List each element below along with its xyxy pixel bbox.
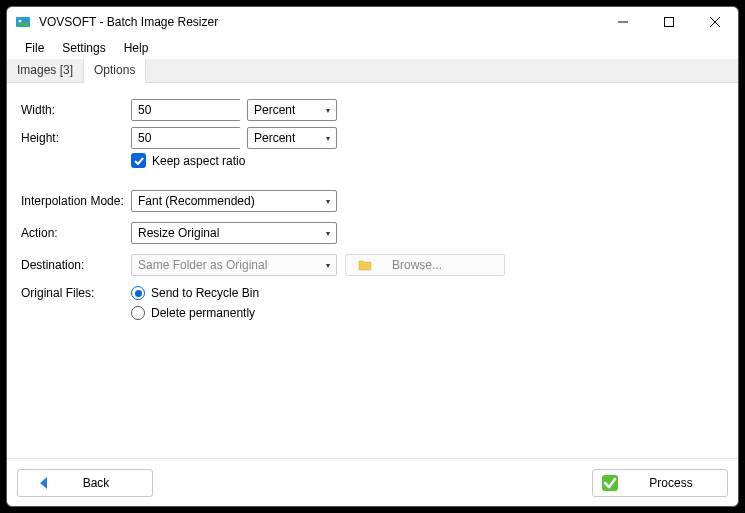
- interpolation-label: Interpolation Mode:: [21, 194, 131, 208]
- window-title: VOVSOFT - Batch Image Resizer: [39, 15, 600, 29]
- process-button[interactable]: Process: [592, 469, 728, 497]
- radio-recycle[interactable]: Send to Recycle Bin: [131, 286, 259, 300]
- original-files-label: Original Files:: [21, 286, 131, 300]
- aspect-ratio-checkbox[interactable]: [131, 153, 146, 168]
- height-label: Height:: [21, 131, 131, 145]
- browse-label: Browse...: [392, 258, 442, 272]
- folder-icon: [358, 259, 372, 271]
- process-check-icon: [601, 474, 619, 492]
- tab-options[interactable]: Options: [84, 59, 146, 83]
- destination-select: Same Folder as Original ▾: [131, 254, 337, 276]
- titlebar: VOVSOFT - Batch Image Resizer: [7, 7, 738, 37]
- radio-delete-label: Delete permanently: [151, 306, 255, 320]
- original-files-group: Send to Recycle Bin Delete permanently: [131, 286, 259, 326]
- radio-icon: [131, 286, 145, 300]
- destination-label: Destination:: [21, 258, 131, 272]
- width-spinner[interactable]: ▲▼: [131, 99, 241, 121]
- svg-rect-3: [665, 18, 674, 27]
- menubar: File Settings Help: [7, 37, 738, 59]
- chevron-down-icon: ▾: [326, 229, 330, 238]
- chevron-down-icon: ▾: [326, 197, 330, 206]
- maximize-button[interactable]: [646, 7, 692, 37]
- height-unit-value: Percent: [254, 131, 295, 145]
- window-controls: [600, 7, 738, 37]
- destination-value: Same Folder as Original: [138, 258, 267, 272]
- back-label: Back: [83, 476, 110, 490]
- chevron-down-icon: ▾: [326, 261, 330, 270]
- options-panel: Width: ▲▼ Percent ▾ Height: ▲▼ Percent ▾: [7, 83, 738, 458]
- menu-help[interactable]: Help: [116, 39, 157, 57]
- action-value: Resize Original: [138, 226, 219, 240]
- chevron-down-icon: ▾: [326, 106, 330, 115]
- width-unit-value: Percent: [254, 103, 295, 117]
- app-window: VOVSOFT - Batch Image Resizer File Setti…: [6, 6, 739, 507]
- interpolation-select[interactable]: Fant (Recommended) ▾: [131, 190, 337, 212]
- app-icon: [15, 14, 31, 30]
- chevron-down-icon: ▾: [326, 134, 330, 143]
- tab-images[interactable]: Images [3]: [7, 59, 84, 82]
- aspect-ratio-label: Keep aspect ratio: [152, 154, 245, 168]
- tabstrip: Images [3] Options: [7, 59, 738, 83]
- action-select[interactable]: Resize Original ▾: [131, 222, 337, 244]
- check-icon: [134, 157, 144, 165]
- action-label: Action:: [21, 226, 131, 240]
- width-unit-select[interactable]: Percent ▾: [247, 99, 337, 121]
- close-button[interactable]: [692, 7, 738, 37]
- radio-icon: [131, 306, 145, 320]
- radio-delete[interactable]: Delete permanently: [131, 306, 259, 320]
- width-label: Width:: [21, 103, 131, 117]
- height-unit-select[interactable]: Percent ▾: [247, 127, 337, 149]
- radio-recycle-label: Send to Recycle Bin: [151, 286, 259, 300]
- menu-file[interactable]: File: [17, 39, 52, 57]
- minimize-button[interactable]: [600, 7, 646, 37]
- process-label: Process: [649, 476, 692, 490]
- back-button[interactable]: Back: [17, 469, 153, 497]
- browse-button: Browse...: [345, 254, 505, 276]
- menu-settings[interactable]: Settings: [54, 39, 113, 57]
- height-spinner[interactable]: ▲▼: [131, 127, 241, 149]
- back-arrow-icon: [35, 474, 53, 492]
- interpolation-value: Fant (Recommended): [138, 194, 255, 208]
- footer: Back Process: [7, 458, 738, 506]
